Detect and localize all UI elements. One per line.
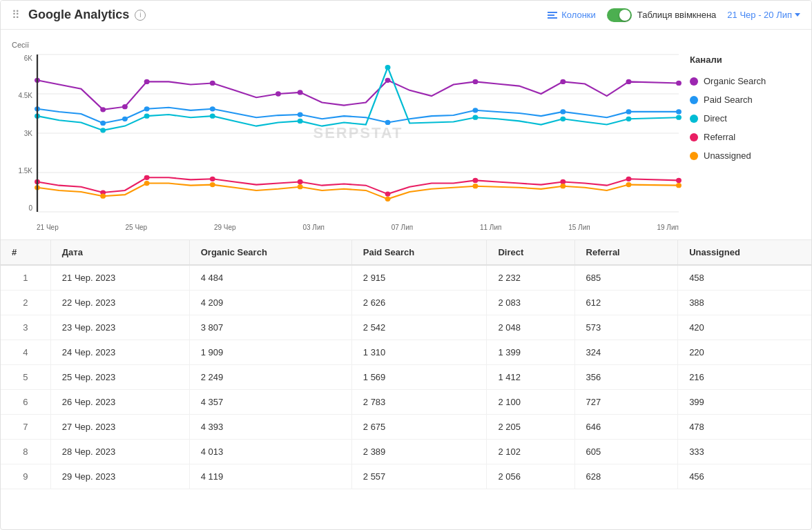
cell-organic: 2 249: [189, 365, 351, 390]
cell-referral: 685: [574, 265, 678, 291]
x-label-8: 19 Лип: [657, 224, 678, 231]
header-left: ⠿ Google Analytics i: [12, 8, 146, 22]
cell-organic: 4 393: [189, 415, 351, 440]
svg-point-55: [560, 184, 566, 188]
svg-point-34: [472, 115, 478, 120]
x-axis-labels: 21 Чер 25 Чер 29 Чер 03 Лип 07 Лип 11 Ли…: [37, 224, 679, 231]
cell-paid: 2 557: [351, 464, 487, 489]
table-toggle[interactable]: [607, 8, 632, 22]
table-row: 4 24 Чер. 2023 1 909 1 310 1 399 324 220: [1, 340, 811, 365]
toggle-container: Таблиця ввімкнена: [607, 8, 717, 22]
x-label-5: 07 Лип: [392, 224, 413, 231]
cell-unassigned: 333: [678, 440, 811, 464]
cell-direct: 2 056: [487, 464, 574, 489]
svg-point-30: [144, 114, 150, 119]
svg-point-47: [676, 178, 682, 183]
cell-date: 24 Чер. 2023: [50, 340, 189, 365]
legend-item-organic: Organic Search: [690, 76, 800, 86]
table-row: 3 23 Чер. 2023 3 807 2 542 2 048 573 420: [1, 315, 811, 340]
columns-button[interactable]: Колонки: [548, 10, 596, 20]
cell-paid: 2 626: [351, 291, 487, 315]
cell-num: 2: [1, 291, 50, 315]
table-row: 1 21 Чер. 2023 4 484 2 915 2 232 685 458: [1, 265, 811, 291]
legend-item-direct: Direct: [690, 113, 800, 124]
date-range-picker[interactable]: 21 Чер - 20 Лип: [727, 10, 800, 20]
cell-unassigned: 420: [678, 315, 811, 340]
direct-line: [37, 68, 679, 130]
columns-icon: [548, 12, 557, 19]
cell-unassigned: 388: [678, 291, 811, 315]
cell-referral: 612: [574, 291, 678, 315]
legend-item-paid: Paid Search: [690, 95, 800, 105]
cell-num: 4: [1, 340, 50, 365]
cell-num: 5: [1, 365, 50, 390]
svg-point-40: [144, 175, 150, 180]
cell-paid: 1 310: [351, 340, 487, 365]
cell-paid: 2 675: [351, 415, 487, 440]
x-label-4: 03 Лип: [302, 224, 324, 231]
chart-area: Сесії 6K 4.5K 3K 1.5K 0: [12, 38, 679, 231]
svg-point-20: [144, 106, 150, 111]
cell-num: 8: [1, 440, 50, 464]
chart-canvas: SERPSTAT: [37, 55, 679, 212]
header-right: Колонки Таблиця ввімкнена 21 Чер - 20 Ли…: [548, 8, 800, 22]
cell-date: 23 Чер. 2023: [50, 315, 189, 340]
table-row: 8 28 Чер. 2023 4 013 2 389 2 102 605 333: [1, 440, 811, 464]
svg-point-14: [560, 79, 566, 84]
paid-label: Paid Search: [704, 95, 753, 105]
cell-referral: 727: [574, 390, 678, 415]
svg-point-16: [676, 81, 682, 86]
main-container: ⠿ Google Analytics i Колонки Таблиця вві…: [0, 0, 812, 530]
svg-point-57: [676, 183, 682, 188]
referral-line: [37, 177, 679, 194]
svg-point-29: [100, 128, 106, 132]
info-icon[interactable]: i: [135, 10, 146, 21]
cell-organic: 4 357: [189, 390, 351, 415]
y-label-1_5k: 1.5K: [18, 167, 32, 175]
svg-point-25: [560, 109, 566, 114]
table-row: 9 29 Чер. 2023 4 119 2 557 2 056 628 456: [1, 464, 811, 489]
svg-point-46: [626, 177, 632, 181]
cell-paid: 2 783: [351, 390, 487, 415]
direct-label: Direct: [704, 113, 727, 124]
svg-point-52: [298, 184, 303, 189]
chart-legend: Канали Organic Search Paid Search Direct…: [690, 38, 800, 231]
x-label-2: 25 Чер: [125, 224, 147, 231]
table-section: # Дата Organic Search Paid Search Direct…: [1, 240, 811, 489]
svg-point-18: [100, 121, 106, 126]
cell-referral: 356: [574, 365, 678, 390]
svg-point-9: [210, 81, 215, 86]
cell-unassigned: 478: [678, 415, 811, 440]
toggle-knob: [619, 10, 630, 21]
svg-point-19: [122, 117, 128, 121]
cell-organic: 4 013: [189, 440, 351, 464]
svg-point-12: [385, 78, 391, 83]
cell-direct: 2 100: [487, 390, 574, 415]
cell-direct: 2 083: [487, 291, 574, 315]
cell-unassigned: 456: [678, 464, 811, 489]
svg-point-42: [298, 179, 303, 184]
svg-point-13: [472, 79, 478, 84]
svg-point-45: [560, 179, 566, 184]
cell-date: 28 Чер. 2023: [50, 440, 189, 464]
cell-paid: 2 542: [351, 315, 487, 340]
col-header-direct: Direct: [487, 240, 574, 265]
x-label-3: 29 Чер: [214, 224, 236, 231]
svg-point-54: [472, 184, 478, 188]
svg-point-49: [100, 194, 106, 199]
cell-paid: 2 915: [351, 265, 487, 291]
cell-unassigned: 220: [678, 340, 811, 365]
svg-point-31: [210, 114, 215, 119]
cell-organic: 4 119: [189, 464, 351, 489]
cell-date: 27 Чер. 2023: [50, 415, 189, 440]
col-header-date: Дата: [50, 240, 189, 265]
legend-item-unassigned: Unassigned: [690, 150, 800, 161]
svg-point-41: [210, 177, 215, 181]
cell-num: 3: [1, 315, 50, 340]
cell-paid: 2 389: [351, 440, 487, 464]
table-row: 6 26 Чер. 2023 4 357 2 783 2 100 727 399: [1, 390, 811, 415]
col-header-num: #: [1, 240, 50, 265]
legend-title: Канали: [690, 55, 800, 65]
organic-label: Organic Search: [704, 76, 766, 86]
drag-icon: ⠿: [12, 8, 20, 21]
